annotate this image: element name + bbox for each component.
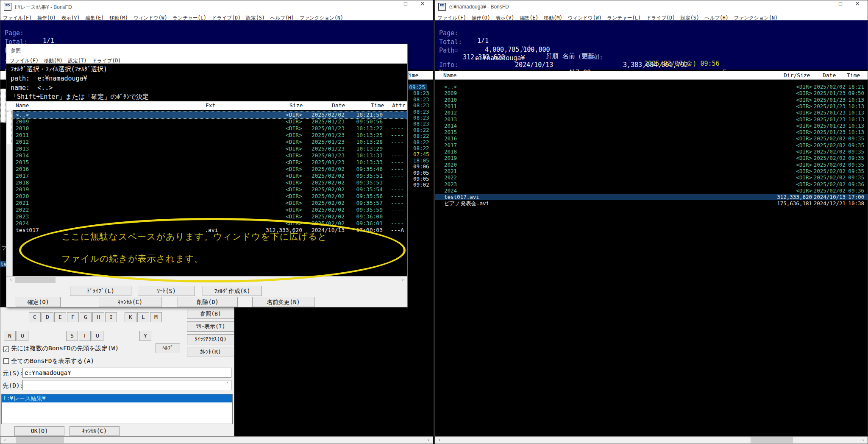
scroll-left-icon[interactable]: ‹: [1, 437, 8, 444]
drive-button-u[interactable]: U: [92, 331, 103, 341]
dialog-button-l[interactable]: ﾄﾞﾗｲﾌﾞ(L): [70, 286, 131, 296]
file-row[interactable]: 2016<DIR>2025/02/0209:35:46----: [13, 166, 407, 173]
ok-button[interactable]: OK(O): [14, 426, 64, 436]
source-path-input[interactable]: [22, 368, 231, 378]
drive-button-y[interactable]: Y: [139, 331, 151, 341]
scroll-left-icon[interactable]: ‹: [436, 437, 443, 444]
column-attr[interactable]: Attr: [392, 102, 405, 109]
left-hscrollbar[interactable]: ‹ ›: [0, 436, 433, 444]
scroll-thumb[interactable]: [15, 277, 56, 283]
column-time[interactable]: Time: [371, 102, 384, 109]
file-row[interactable]: 2021<DIR>2025/02/0209:35: [435, 168, 868, 174]
file-row[interactable]: 2014<DIR>2025/01/2310:13:31----: [13, 152, 407, 159]
file-row[interactable]: test017.avi312,333,6202024/10/1317:00: [435, 194, 868, 200]
file-row[interactable]: 2015<DIR>2025/01/2310:13:33----: [13, 159, 407, 166]
scroll-thumb[interactable]: [751, 437, 793, 443]
browse-button[interactable]: 参照(B): [187, 309, 234, 319]
file-row[interactable]: 2024<DIR>2025/02/0209:36: [435, 187, 868, 194]
scroll-left-icon[interactable]: ‹: [7, 276, 14, 283]
minimize-button[interactable]: –: [380, 0, 397, 13]
drive-button-d[interactable]: D: [42, 312, 53, 322]
column-time[interactable]: Time: [847, 72, 860, 78]
delete-button[interactable]: 削除(D): [178, 297, 238, 307]
listbox-item[interactable]: f:¥レース結果¥: [2, 394, 232, 402]
chevron-down-icon[interactable]: ˅: [226, 381, 229, 387]
close-button[interactable]: ✕: [414, 0, 431, 13]
minimize-button[interactable]: –: [815, 0, 832, 13]
file-row[interactable]: 2016<DIR>2025/02/0209:35: [435, 135, 868, 142]
cancel-button[interactable]: ｷｬﾝｾﾙ(C): [99, 297, 161, 307]
file-row[interactable]: 2022<DIR>2025/02/0209:35:59----: [13, 207, 407, 213]
file-row[interactable]: ピアノ発表会.avi175,636,1812024/12/2110:38: [435, 200, 868, 207]
file-row[interactable]: 2013<DIR>2025/01/2310:13: [435, 116, 868, 123]
destination-listbox[interactable]: f:¥レース結果¥: [1, 394, 233, 424]
browse-dialog-titlebar[interactable]: 参照: [6, 44, 407, 56]
file-row[interactable]: 2010<DIR>2025/01/2310:13: [435, 97, 868, 103]
right-hscrollbar[interactable]: ‹ ›: [435, 436, 868, 444]
drive-button-s[interactable]: S: [66, 331, 78, 341]
help-button[interactable]: ﾍﾙﾌﾟ: [156, 343, 180, 353]
file-row[interactable]: 2018<DIR>2025/02/0209:35:53----: [13, 179, 407, 186]
browse-list-header[interactable]: Name Ext Size Date Time Attr: [6, 101, 407, 110]
maximize-button[interactable]: □: [832, 0, 849, 13]
right-list-header[interactable]: Name Dir/Size Date Time: [435, 71, 868, 80]
column-name[interactable]: Name: [443, 72, 456, 78]
file-row[interactable]: 2010<DIR>2025/01/2310:13:22----: [13, 125, 407, 132]
drive-button-g[interactable]: G: [80, 312, 92, 322]
drive-button-e[interactable]: E: [54, 312, 66, 322]
file-row[interactable]: <..><DIR>2025/02/0218:21: [435, 84, 868, 90]
tree-view-button[interactable]: ﾂﾘｰ表示(I): [187, 321, 234, 332]
dialog-button-s[interactable]: ｿｰﾄ(S): [138, 286, 195, 296]
file-row[interactable]: 2018<DIR>2025/02/0209:35: [435, 148, 868, 155]
dialog-button-k[interactable]: ﾌｫﾙﾀﾞ作成(K): [203, 286, 262, 296]
browse-list-vscrollbar[interactable]: [6, 110, 13, 276]
scroll-right-icon[interactable]: ›: [425, 437, 432, 444]
drive-button-k[interactable]: K: [125, 312, 136, 322]
drive-button-o[interactable]: O: [17, 331, 28, 341]
checkbox-unchecked-icon[interactable]: [3, 358, 9, 364]
column-ext[interactable]: Ext: [206, 102, 215, 109]
file-row[interactable]: 2015<DIR>2025/01/2310:13: [435, 129, 868, 135]
file-row[interactable]: 2020<DIR>2025/02/0209:35: [435, 162, 868, 168]
file-row[interactable]: 2012<DIR>2025/01/2310:13:28----: [13, 139, 407, 145]
drive-button-h[interactable]: H: [92, 312, 104, 322]
destination-combobox[interactable]: ˅: [22, 380, 231, 390]
scroll-right-icon[interactable]: ›: [860, 437, 867, 444]
column-dir-size[interactable]: Dir/Size: [784, 72, 810, 78]
drive-button-t[interactable]: T: [79, 331, 91, 341]
file-row[interactable]: 2019<DIR>2025/02/0209:35:54----: [13, 186, 407, 193]
file-name-fragment-selected[interactable]: te: [0, 261, 6, 267]
checkbox-show-all-bonsfd[interactable]: 全てのBonsFDを表示する(A): [3, 357, 94, 365]
cancel-button[interactable]: ｷｬﾝｾﾙ(C): [70, 426, 120, 436]
file-row[interactable]: 2011<DIR>2025/01/2310:13:25----: [13, 132, 407, 139]
file-row[interactable]: 2021<DIR>2025/02/0209:35:57----: [13, 200, 407, 207]
file-row[interactable]: 2017<DIR>2025/02/0209:35:51----: [13, 173, 407, 179]
drive-button-m[interactable]: M: [150, 312, 162, 322]
rename-button[interactable]: 名前変更(N): [252, 297, 314, 307]
quick-access-button[interactable]: ｸｲｯｸｱｸｾｽ(Q): [187, 334, 234, 344]
column-size[interactable]: Size: [289, 102, 303, 109]
scroll-thumb[interactable]: [7, 111, 12, 144]
drive-button-l[interactable]: L: [137, 312, 149, 322]
left-titlebar[interactable]: FD f:¥レース結果¥ - BonsFD – □ ✕: [0, 0, 433, 13]
drive-button-i[interactable]: I: [105, 312, 117, 322]
right-titlebar[interactable]: FD e:¥namadouga¥ - BonsFD – □ ✕: [435, 0, 868, 13]
scroll-thumb[interactable]: [16, 437, 64, 443]
file-row[interactable]: 2017<DIR>2025/02/0209:35: [435, 142, 868, 148]
checkbox-set-first-bonsfd[interactable]: ✓先には複数のBonsFDの先頭を設定(W): [3, 344, 119, 352]
maximize-button[interactable]: □: [397, 0, 414, 13]
file-row[interactable]: 2009<DIR>2025/01/2309:50:56----: [13, 118, 407, 125]
file-row[interactable]: 2020<DIR>2025/02/0209:35:56----: [13, 193, 407, 200]
drive-button-n[interactable]: N: [4, 331, 16, 341]
drive-button-c[interactable]: C: [29, 312, 41, 322]
file-row[interactable]: 2022<DIR>2025/02/0209:35: [435, 174, 868, 181]
file-row[interactable]: 2009<DIR>2025/01/2309:50: [435, 90, 868, 96]
close-button[interactable]: ✕: [849, 0, 866, 13]
column-name[interactable]: Name: [16, 102, 29, 109]
checkbox-checked-icon[interactable]: ✓: [3, 346, 9, 352]
column-date[interactable]: Date: [823, 72, 836, 78]
file-row[interactable]: 2012<DIR>2025/01/2310:13: [435, 109, 868, 116]
file-row[interactable]: <..><DIR>2025/02/0218:21:50----: [13, 112, 407, 118]
file-row[interactable]: 2013<DIR>2025/01/2310:13:29----: [13, 145, 407, 152]
file-row[interactable]: 2023<DIR>2025/02/0209:36: [435, 181, 868, 187]
